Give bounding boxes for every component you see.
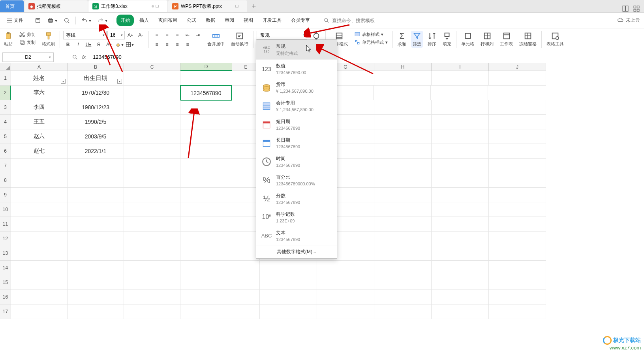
cell-J14[interactable] — [489, 261, 546, 275]
tab-add-button[interactable]: + — [248, 0, 260, 12]
fill-color-button[interactable]: ▾ — [115, 40, 124, 49]
cell-A11[interactable] — [11, 217, 68, 232]
cell-C12[interactable] — [124, 232, 180, 246]
cell-C3[interactable] — [124, 100, 180, 115]
cell-B11[interactable] — [68, 217, 124, 232]
merge-center-button[interactable]: 合并居中 — [206, 31, 226, 48]
table-style-button[interactable]: 表格样式▾ — [353, 31, 389, 38]
name-box[interactable]: D2 — [2, 52, 54, 62]
format-option-0[interactable]: ABC123 常规无特定格式 — [256, 40, 337, 60]
strike-button[interactable]: S — [94, 40, 103, 49]
cell-H17[interactable] — [374, 304, 432, 319]
cut-button[interactable]: 剪切 — [17, 31, 37, 38]
cell-A12[interactable] — [11, 232, 68, 246]
cell-J17[interactable] — [489, 304, 546, 319]
cell-C15[interactable] — [124, 275, 180, 290]
cell-C17[interactable] — [124, 304, 180, 319]
cell-C11[interactable] — [124, 217, 180, 232]
cell-H2[interactable] — [374, 86, 431, 100]
align-center-icon[interactable]: ≡ — [162, 40, 172, 49]
format-option-8[interactable]: ½ 分数1234567890 — [256, 189, 337, 208]
underline-button[interactable]: U▾ — [84, 40, 93, 49]
cell-D10[interactable] — [180, 202, 232, 217]
cell-D17[interactable] — [180, 304, 232, 319]
cell-C14[interactable] — [124, 261, 180, 275]
copy-button[interactable]: 复制 — [17, 39, 37, 46]
cell-I3[interactable] — [432, 100, 489, 115]
filter-dropdown-icon[interactable]: ▾ — [117, 79, 122, 84]
cell-A1[interactable]: 姓名▾ — [11, 71, 68, 86]
col-header-H[interactable]: H — [374, 63, 432, 71]
cell-E16[interactable] — [232, 290, 260, 304]
row-header-14[interactable]: 14 — [0, 261, 11, 275]
cell-B6[interactable]: 2022/1/1 — [68, 144, 124, 159]
cell-I1[interactable] — [432, 71, 489, 86]
search-box[interactable] — [323, 17, 391, 24]
justify-icon[interactable]: ≡ — [183, 40, 192, 49]
tab-workbook[interactable]: S 工作簿3.xlsx — [88, 0, 167, 12]
preview-icon[interactable] — [61, 16, 72, 25]
format-option-2[interactable]: 货币¥ 1,234,567,890.00 — [256, 78, 337, 97]
cell-B3[interactable]: 1980/12/23 — [68, 100, 124, 115]
cell-I13[interactable] — [432, 246, 489, 261]
row-header-12[interactable]: 12 — [0, 232, 11, 246]
row-header-17[interactable]: 17 — [0, 304, 11, 319]
cell-B16[interactable] — [68, 290, 124, 304]
ribbon-tab-start[interactable]: 开始 — [116, 15, 134, 26]
format-option-3[interactable]: 会计专用¥ 1,234,567,890.00 — [256, 97, 337, 115]
cell-G16[interactable] — [317, 290, 374, 304]
cell-I15[interactable] — [432, 275, 489, 290]
cell-A13[interactable] — [11, 246, 68, 261]
cell-A15[interactable] — [11, 275, 68, 290]
redo-icon[interactable]: ▾ — [95, 16, 110, 25]
format-option-5[interactable]: 长日期1234567890 — [256, 134, 337, 152]
cell-C1[interactable] — [124, 71, 180, 86]
cell-D2[interactable]: 1234567890 — [180, 85, 232, 101]
cell-D16[interactable] — [180, 290, 232, 304]
ribbon-tab-dev[interactable]: 开发工具 — [259, 15, 285, 26]
format-brush[interactable]: 格式刷 — [40, 31, 56, 48]
cell-B2[interactable]: 1970/12/30 — [68, 86, 124, 100]
fx-icon[interactable]: fx — [82, 54, 86, 60]
cell-A10[interactable] — [11, 202, 68, 217]
cell-I6[interactable] — [432, 144, 489, 159]
cell-C6[interactable] — [124, 144, 180, 159]
cell-B13[interactable] — [68, 246, 124, 261]
font-shrink-icon[interactable]: A- — [136, 31, 145, 39]
cell-B14[interactable] — [68, 261, 124, 275]
row-header-9[interactable]: 9 — [0, 188, 11, 202]
filter-button[interactable]: 筛选 — [411, 31, 423, 48]
font-color-button[interactable]: A▾ — [104, 40, 114, 49]
filter-dropdown-icon[interactable]: ▾ — [61, 79, 66, 84]
cell-H16[interactable] — [374, 290, 432, 304]
cell-J3[interactable] — [489, 100, 546, 115]
cell-B17[interactable] — [68, 304, 124, 319]
cell-J4[interactable] — [489, 115, 546, 129]
indent-dec-icon[interactable]: ⇤ — [183, 31, 192, 39]
cell-J11[interactable] — [489, 217, 546, 232]
cell-H15[interactable] — [374, 275, 432, 290]
cell-H10[interactable] — [374, 202, 432, 217]
cell-H5[interactable] — [374, 129, 432, 144]
cell-I11[interactable] — [432, 217, 489, 232]
cell-I8[interactable] — [432, 173, 489, 188]
cell-D11[interactable] — [180, 217, 232, 232]
cell-J8[interactable] — [489, 173, 546, 188]
cell-I5[interactable] — [432, 129, 489, 144]
cell-B7[interactable] — [68, 159, 124, 173]
col-header-B[interactable]: B — [68, 63, 124, 71]
cell-B9[interactable] — [68, 188, 124, 202]
cell-B8[interactable] — [68, 173, 124, 188]
format-option-9[interactable]: 10n 科学记数1.23E+09 — [256, 208, 337, 226]
cell-A4[interactable]: 王五 — [11, 115, 68, 129]
cell-C7[interactable] — [124, 159, 180, 173]
cell-J16[interactable] — [489, 290, 546, 304]
cell-B5[interactable]: 2003/9/5 — [68, 129, 124, 144]
fill-button[interactable]: 填充 — [441, 31, 453, 48]
cell-F16[interactable] — [260, 290, 317, 304]
bold-button[interactable]: B — [63, 40, 73, 49]
cell-I9[interactable] — [432, 188, 489, 202]
row-header-10[interactable]: 10 — [0, 202, 11, 217]
row-header-1[interactable]: 1 — [0, 71, 11, 86]
cell-B4[interactable]: 1990/2/5 — [68, 115, 124, 129]
